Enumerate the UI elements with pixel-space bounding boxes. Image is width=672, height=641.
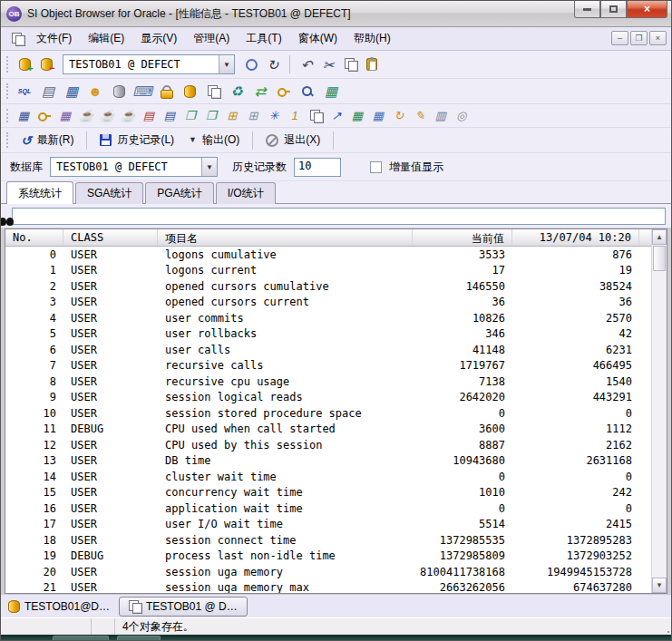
report-grid-icon[interactable]: ▦ xyxy=(368,106,388,126)
menu-item[interactable]: 工具(T) xyxy=(238,28,289,49)
vertical-scrollbar[interactable]: ▲ ▼ xyxy=(651,229,667,593)
minimize-button[interactable] xyxy=(574,1,600,18)
undo-icon[interactable]: ↶ xyxy=(296,53,317,75)
db-edit-icon[interactable]: ✎ xyxy=(410,106,430,126)
table-row[interactable]: 14 USER cluster wait time 0 0 xyxy=(5,469,651,485)
session-switch-icon[interactable]: ⇄ xyxy=(249,81,271,102)
database-dropdown-icon[interactable]: ▼ xyxy=(201,158,217,176)
function-icon[interactable]: ☕ xyxy=(97,106,117,126)
column-header-history[interactable]: 13/07/04 10:20 xyxy=(512,229,639,246)
search-input[interactable] xyxy=(12,208,666,225)
script-icon[interactable]: ▤ xyxy=(37,81,59,102)
menu-item[interactable]: 编辑(E) xyxy=(80,28,132,49)
menu-item[interactable]: 管理(A) xyxy=(185,28,238,49)
column-header-current[interactable]: 当前值 xyxy=(413,229,512,246)
tab[interactable]: I/O统计 xyxy=(216,182,276,204)
column-header-no[interactable]: No. xyxy=(5,229,63,246)
table-row[interactable]: 20 USER session uga memory 8100411738168… xyxy=(5,564,651,580)
table-row[interactable]: 5 USER user rollbacks 346 42 xyxy=(5,326,651,343)
history-count-input[interactable]: 10 xyxy=(294,158,341,177)
menu-item[interactable]: 显示(V) xyxy=(132,28,185,49)
sql-search-icon[interactable] xyxy=(297,81,318,102)
window-link-icon[interactable]: ↗ xyxy=(326,106,346,126)
mdi-task-item-connection[interactable]: TESTOB01@D… xyxy=(8,600,110,613)
toolbar-grip[interactable] xyxy=(6,132,9,147)
primary-key-icon[interactable] xyxy=(34,106,54,126)
toolbar-grip[interactable] xyxy=(6,56,9,73)
database-combobox[interactable]: TESTOB01 @ DEFECT ▼ xyxy=(50,157,218,177)
table-row[interactable]: 3 USER opened cursors current 36 36 xyxy=(5,295,651,311)
table-row[interactable]: 13 USER DB time 10943680 2631168 xyxy=(5,453,651,470)
menu-item[interactable]: 文件(F) xyxy=(28,28,80,49)
table-row[interactable]: 7 USER recursive calls 1719767 466495 xyxy=(5,358,651,374)
taskbar-button[interactable] xyxy=(117,636,161,640)
table-row[interactable]: 21 USER session uga memory max 266326205… xyxy=(5,580,651,594)
copy-icon[interactable] xyxy=(339,53,361,75)
table-row[interactable]: 19 DEBUG process last non-idle time 1372… xyxy=(5,549,651,565)
scroll-down-icon[interactable]: ▼ xyxy=(652,578,667,593)
table-row[interactable]: 9 USER session logical reads 2642020 443… xyxy=(5,390,651,406)
tab[interactable]: SGA统计 xyxy=(75,182,143,204)
formula-document-icon[interactable]: ▤ xyxy=(160,106,180,126)
remove-database-icon[interactable] xyxy=(35,53,57,75)
tree-add-alt-icon[interactable]: ⊞ xyxy=(243,106,263,126)
table-row[interactable]: 18 USER session connect time 1372985535 … xyxy=(5,532,651,549)
mdi-restore-button[interactable]: ❐ xyxy=(630,31,648,45)
windows-copy-icon[interactable] xyxy=(306,106,326,126)
table-row[interactable]: 1 USER logons current 17 19 xyxy=(5,263,651,279)
column-header-class[interactable]: CLASS xyxy=(63,229,158,246)
window-back-icon[interactable]: ❐ xyxy=(201,106,221,126)
result-grid-icon[interactable]: ▦ xyxy=(61,81,83,102)
package-icon[interactable]: ☕ xyxy=(76,106,96,126)
window-grid-icon[interactable]: ▦ xyxy=(347,106,367,126)
mdi-task-button-active[interactable]: TESTOB01 @ D… xyxy=(119,597,248,617)
table-row[interactable]: 10 USER session stored procedure space 0… xyxy=(5,405,651,422)
scroll-up-icon[interactable]: ▲ xyxy=(652,229,667,245)
table-row[interactable]: 4 USER user commits 10826 2570 xyxy=(5,310,651,326)
refresh-button[interactable]: ↺ 最新(R) xyxy=(14,130,81,151)
stop-icon[interactable] xyxy=(240,53,262,75)
window-forward-icon[interactable]: ❐ xyxy=(180,106,200,126)
cut-icon[interactable]: ✂ xyxy=(317,53,339,75)
export-table-icon[interactable]: ▦ xyxy=(320,81,342,102)
table-row[interactable]: 6 USER user calls 41148 6231 xyxy=(5,342,651,358)
add-database-icon[interactable] xyxy=(14,53,35,75)
lock-icon[interactable] xyxy=(155,81,177,102)
mdi-minimize-button[interactable]: – xyxy=(611,31,628,45)
delta-display-checkbox[interactable] xyxy=(370,161,382,173)
menu-item[interactable]: 窗体(W) xyxy=(290,28,346,49)
table-row[interactable]: 11 DEBUG CPU used when call started 3600… xyxy=(5,422,651,438)
user-icon[interactable]: ☻ xyxy=(84,81,106,102)
procedure-icon[interactable]: ☕ xyxy=(118,106,138,126)
window-asterisk-icon[interactable]: ✳ xyxy=(264,106,284,126)
table-row[interactable]: 15 USER concurrency wait time 1010 242 xyxy=(5,485,651,501)
index-table-icon[interactable]: ▦ xyxy=(55,106,75,126)
table-row[interactable]: 8 USER recursive cpu usage 7138 1540 xyxy=(5,374,651,390)
exit-button[interactable]: 退出(X) xyxy=(258,130,327,151)
history-button[interactable]: 历史记录(L) xyxy=(93,130,181,151)
maximize-button[interactable] xyxy=(600,1,627,18)
toolbar-grip[interactable] xyxy=(6,83,9,98)
privilege-key-icon[interactable] xyxy=(273,81,295,102)
table-row[interactable]: 16 USER application wait time 0 0 xyxy=(5,500,651,517)
library-icon[interactable]: ▥ xyxy=(431,106,451,126)
refresh-pair-icon[interactable]: ↻ xyxy=(389,106,409,126)
combobox-dropdown-icon[interactable]: ▼ xyxy=(219,55,234,73)
output-button[interactable]: ▼ 输出(O) xyxy=(181,130,247,151)
tree-add-icon[interactable]: ⊞ xyxy=(222,106,242,126)
toolbar-grip[interactable] xyxy=(6,109,9,122)
sessions-icon[interactable] xyxy=(108,81,130,102)
refresh-icon[interactable]: ↻ xyxy=(262,53,284,75)
tablespace-icon[interactable] xyxy=(179,81,200,102)
table-row[interactable]: 12 USER CPU used by this session 8887 21… xyxy=(5,437,651,453)
terminal-icon[interactable]: ⌨ xyxy=(131,81,153,102)
lamp-icon[interactable]: ◎ xyxy=(452,106,472,126)
column-header-name[interactable]: 项目名 xyxy=(158,229,413,246)
tab[interactable]: 系统统计 xyxy=(6,181,73,204)
table-row[interactable]: 0 USER logons cumulative 3533 876 xyxy=(5,247,651,263)
window-sequence-icon[interactable]: 1 xyxy=(285,106,305,126)
close-button[interactable]: × xyxy=(627,1,667,18)
recycle-bin-icon[interactable]: ♻ xyxy=(226,81,248,102)
paste-icon[interactable] xyxy=(361,53,383,75)
connection-combobox[interactable]: TESTOB01 @ DEFECT ▼ xyxy=(63,54,235,74)
